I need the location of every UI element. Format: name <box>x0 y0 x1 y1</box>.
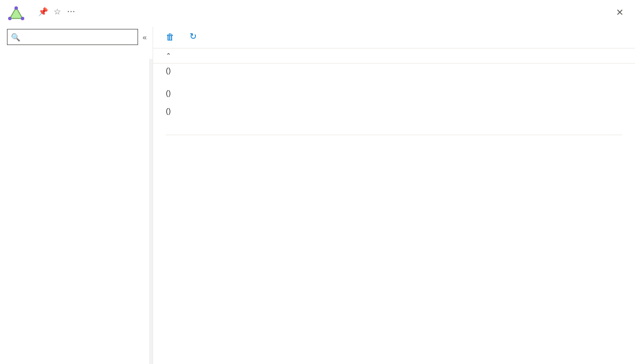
delete-button[interactable]: 🗑 <box>166 32 178 42</box>
search-icon: 🔍 <box>11 33 20 42</box>
col-sec[interactable] <box>437 128 547 135</box>
refresh-icon: ↻ <box>190 31 197 42</box>
sidebar: 🔍 « <box>0 27 153 364</box>
col-status[interactable] <box>258 128 339 135</box>
col-type[interactable] <box>166 128 258 135</box>
more-icon[interactable]: ⋯ <box>67 7 75 16</box>
search-input-wrapper[interactable]: 🔍 <box>7 29 138 45</box>
chevron-up-icon[interactable]: ⌃ <box>166 52 171 60</box>
search-input[interactable] <box>24 33 134 42</box>
col-prim[interactable] <box>339 128 437 135</box>
svg-point-2 <box>21 17 24 20</box>
col-mod[interactable] <box>547 128 601 135</box>
star-icon[interactable]: ☆ <box>54 7 61 16</box>
main-pane: 🗑 ↻ ⌃ <box>153 27 635 364</box>
refresh-button[interactable]: ↻ <box>190 31 200 42</box>
peerings-table <box>166 128 622 135</box>
collapse-sidebar-icon[interactable]: « <box>143 33 147 42</box>
svg-point-1 <box>14 6 18 10</box>
summary-header: ⌃ <box>153 48 635 64</box>
resource-logo <box>7 5 25 23</box>
trash-icon: 🗑 <box>166 32 174 42</box>
sidebar-scrollbar[interactable] <box>149 59 153 364</box>
pin-icon[interactable]: 📌 <box>38 7 48 16</box>
svg-point-3 <box>8 17 12 20</box>
command-bar: 🗑 ↻ <box>153 27 635 48</box>
close-icon[interactable]: ✕ <box>614 5 626 20</box>
blade-header: 📌 ☆ ⋯ ✕ <box>0 0 635 27</box>
